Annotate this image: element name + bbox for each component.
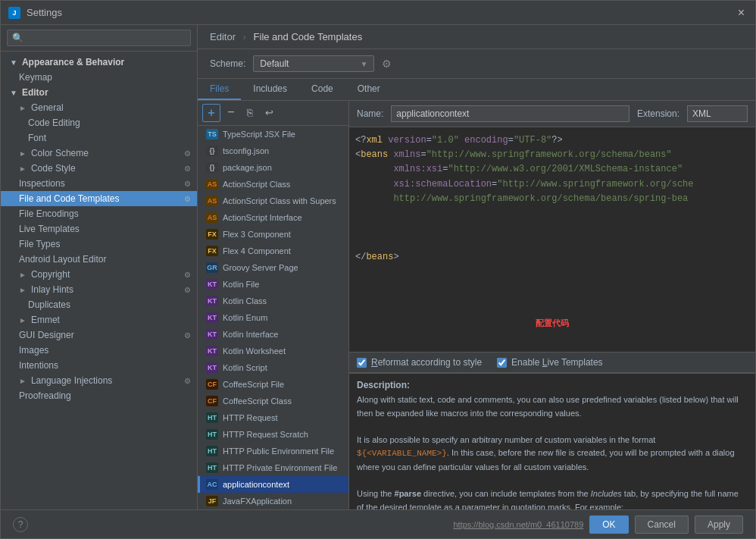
sidebar-item-gui-designer[interactable]: GUI Designer ⚙ (1, 327, 197, 343)
sidebar-item-appearance[interactable]: ▼ Appearance & Behavior (1, 55, 197, 70)
live-templates-checkbox-label[interactable]: Enable Live Templates (497, 357, 603, 368)
tabs-row-wrapper: Files Includes Code Other (198, 79, 755, 101)
sidebar-item-file-code-templates[interactable]: File and Code Templates ⚙ (1, 191, 197, 206)
template-name: Kotlin Interface (223, 330, 278, 339)
arrow-icon: ► (19, 104, 27, 112)
add-template-button[interactable]: + (202, 104, 220, 122)
sidebar-item-code-editing[interactable]: Code Editing (1, 115, 197, 130)
settings-icon: ⚙ (184, 149, 191, 158)
template-items: TS TypeScript JSX File {} tsconfig.json … (198, 126, 348, 509)
tab-code[interactable]: Code (299, 79, 345, 100)
code-line (355, 235, 749, 249)
sidebar-item-inlay-hints[interactable]: ► Inlay Hints ⚙ (1, 282, 197, 297)
template-item[interactable]: JF JavaFXApplication (198, 493, 348, 509)
cancel-button[interactable]: Cancel (635, 515, 689, 534)
sidebar-label: Intentions (19, 360, 58, 371)
template-name: ActionScript Class with Supers (223, 196, 336, 205)
template-item[interactable]: KT Kotlin Enum (198, 309, 348, 326)
sidebar-item-duplicates[interactable]: Duplicates (1, 297, 197, 312)
sidebar-item-copyright[interactable]: ► Copyright ⚙ (1, 267, 197, 282)
sidebar-item-android-layout[interactable]: Android Layout Editor (1, 252, 197, 267)
file-icon: AC (206, 479, 218, 490)
template-item[interactable]: CF CoffeeScript Class (198, 393, 348, 409)
settings-icon: ⚙ (184, 377, 191, 385)
extension-input[interactable] (687, 105, 748, 122)
name-input[interactable] (391, 105, 629, 122)
template-item[interactable]: {} package.json (198, 159, 348, 176)
template-list: 新建 + − ⎘ ↩ TS TypeScript JSX File (198, 101, 349, 509)
sidebar-item-live-templates[interactable]: Live Templates (1, 221, 197, 237)
reformat-checkbox[interactable] (357, 358, 367, 368)
gear-icon[interactable]: ⚙ (382, 58, 392, 70)
sidebar-item-intentions[interactable]: Intentions (1, 358, 197, 373)
sidebar-item-keymap[interactable]: Keymap (1, 70, 197, 85)
scheme-label: Scheme: (210, 58, 245, 69)
template-item[interactable]: FX Flex 3 Component (198, 226, 348, 243)
search-input[interactable] (7, 30, 191, 46)
sidebar-item-editor[interactable]: ▼ Editor (1, 85, 197, 100)
sidebar-item-code-style[interactable]: ► Code Style ⚙ (1, 161, 197, 176)
reset-template-button[interactable]: ↩ (261, 104, 277, 121)
template-item[interactable]: AS ActionScript Class (198, 176, 348, 193)
tab-other[interactable]: Other (345, 79, 392, 100)
ok-button[interactable]: OK (589, 515, 628, 534)
description-area: Description: Along with static text, cod… (349, 373, 755, 509)
template-item[interactable]: KT Kotlin Class (198, 293, 348, 309)
code-line: xsi:schemaLocation="http://www.springfra… (355, 177, 749, 192)
arrow-icon: ► (19, 271, 27, 279)
file-icon: {} (206, 162, 218, 173)
sidebar-label: Android Layout Editor (19, 254, 106, 265)
template-item[interactable]: {} tsconfig.json (198, 143, 348, 159)
template-item[interactable]: KT Kotlin Interface (198, 326, 348, 343)
arrow-icon: ▼ (10, 89, 17, 97)
reformat-checkbox-label[interactable]: Reformat according to style (357, 357, 482, 368)
app-icon: J (8, 7, 20, 19)
settings-icon: ⚙ (184, 271, 191, 279)
sidebar-item-font[interactable]: Font (1, 130, 197, 146)
template-item[interactable]: GR Groovy Server Page (198, 259, 348, 276)
arrow-icon: ► (19, 165, 27, 173)
sidebar-item-images[interactable]: Images (1, 343, 197, 358)
sidebar-item-file-types[interactable]: File Types (1, 237, 197, 252)
scheme-select[interactable]: Default ▼ (253, 55, 374, 72)
description-label: Description: (357, 380, 748, 390)
sidebar-item-color-scheme[interactable]: ► Color Scheme ⚙ (1, 146, 197, 161)
template-item[interactable]: TS TypeScript JSX File (198, 126, 348, 143)
copy-template-button[interactable]: ⎘ (242, 104, 258, 121)
sidebar-item-file-encodings[interactable]: File Encodings (1, 206, 197, 221)
template-item-applicationcontext[interactable]: AC applicationcontext (198, 476, 348, 493)
template-item[interactable]: HT HTTP Request (198, 409, 348, 426)
settings-icon: ⚙ (184, 165, 191, 173)
template-item[interactable]: FX Flex 4 Component (198, 243, 348, 259)
sidebar-item-language-injections[interactable]: ► Language Injections ⚙ (1, 373, 197, 388)
remove-template-button[interactable]: − (223, 104, 239, 121)
help-icon[interactable]: ? (13, 517, 28, 532)
apply-button[interactable]: Apply (695, 515, 743, 534)
sidebar-item-proofreading[interactable]: Proofreading (1, 388, 197, 403)
sidebar-item-general[interactable]: ► General (1, 100, 197, 115)
sidebar-label: File Types (19, 239, 60, 249)
tab-includes[interactable]: Includes (241, 79, 299, 100)
code-editor[interactable]: 配置代码 <?xml version="1.0" encoding="UTF-8… (349, 127, 755, 353)
live-templates-checkbox[interactable] (497, 358, 507, 368)
template-item[interactable]: KT Kotlin Script (198, 359, 348, 376)
right-panel: Editor › File and Code Templates Scheme:… (198, 25, 755, 509)
template-item[interactable]: KT Kotlin Worksheet (198, 343, 348, 359)
sidebar-item-emmet[interactable]: ► Emmet (1, 312, 197, 327)
template-item[interactable]: CF CoffeeScript File (198, 376, 348, 393)
template-item[interactable]: AS ActionScript Class with Supers (198, 193, 348, 209)
bottom-bar: ? https://blog.csdn.net/m0_46110789 OK C… (1, 509, 755, 538)
close-button[interactable]: × (735, 6, 748, 20)
template-name: Kotlin File (223, 280, 259, 289)
sidebar-item-inspections[interactable]: Inspections ⚙ (1, 176, 197, 191)
template-name: ActionScript Interface (223, 213, 302, 222)
code-line (355, 206, 749, 221)
template-item[interactable]: KT Kotlin File (198, 276, 348, 293)
tab-files[interactable]: Files (198, 79, 241, 100)
template-item[interactable]: AS ActionScript Interface (198, 209, 348, 226)
template-item[interactable]: HT HTTP Private Environment File (198, 459, 348, 476)
template-item[interactable]: HT HTTP Public Environment File (198, 443, 348, 459)
sidebar-label: Color Scheme (31, 148, 89, 158)
template-item[interactable]: HT HTTP Request Scratch (198, 426, 348, 443)
csdn-link[interactable]: https://blog.csdn.net/m0_46110789 (453, 520, 583, 529)
